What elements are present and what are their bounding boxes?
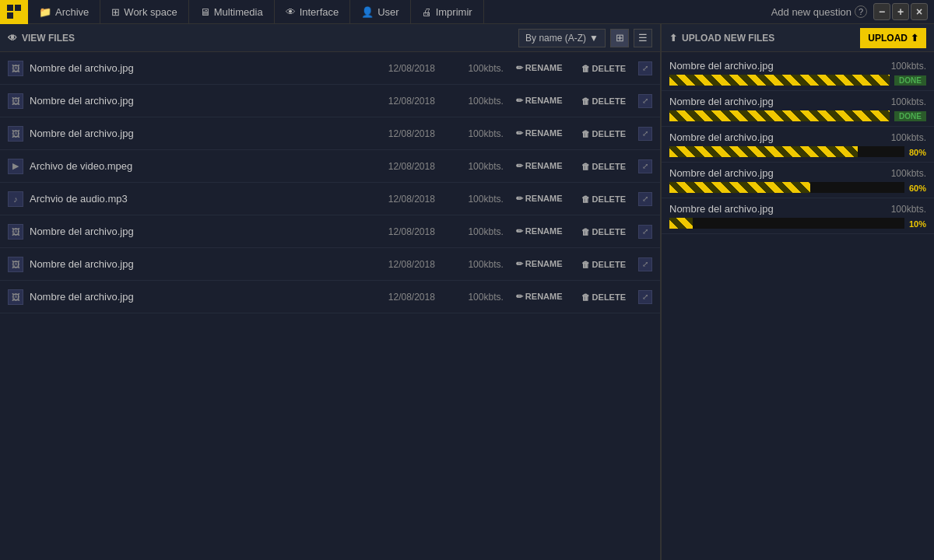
progress-bar xyxy=(669,218,693,229)
delete-button[interactable]: 🗑 DELETE xyxy=(575,225,632,239)
file-type-icon: 🖼 xyxy=(8,257,23,272)
upload-file-size: 100kbts. xyxy=(891,61,926,72)
upload-file-name: Nombre del archivo.jpg xyxy=(669,60,774,72)
view-list-button[interactable]: ☰ xyxy=(634,29,652,47)
delete-button[interactable]: 🗑 DELETE xyxy=(575,94,632,108)
file-type-icon: 🖼 xyxy=(8,93,23,109)
progress-bar-wrap xyxy=(669,146,904,157)
user-icon: 👤 xyxy=(361,6,374,18)
upload-item: Nombre del archivo.jpg 100kbts. DONE xyxy=(662,91,934,127)
file-type-icon: 🖼 xyxy=(8,289,23,305)
delete-button[interactable]: 🗑 DELETE xyxy=(575,159,632,173)
file-date: 12/08/2018 xyxy=(377,226,447,237)
expand-button[interactable]: ⤢ xyxy=(638,94,652,108)
upload-item-header: Nombre del archivo.jpg 100kbts. xyxy=(669,96,926,107)
nav-tab-archive-label: Archive xyxy=(55,6,89,18)
workspace-icon: ⊞ xyxy=(111,6,120,18)
expand-button[interactable]: ⤢ xyxy=(638,192,652,206)
delete-button[interactable]: 🗑 DELETE xyxy=(575,290,632,304)
upload-file-size: 100kbts. xyxy=(891,204,926,215)
view-files-text: VIEW FILES xyxy=(22,33,75,44)
file-name: Nombre del archivo.jpg xyxy=(30,128,370,139)
progress-bar-wrap xyxy=(669,75,890,86)
progress-bar xyxy=(669,146,858,157)
file-row: ▶ Archivo de video.mpeg 12/08/2018 100kb… xyxy=(0,150,660,183)
file-list: 🖼 Nombre del archivo.jpg 12/08/2018 100k… xyxy=(0,52,660,560)
file-actions: ✏ RENAME 🗑 DELETE ⤢ xyxy=(510,126,652,141)
nav-tab-user[interactable]: 👤 User xyxy=(350,0,410,24)
file-row: 🖼 Nombre del archivo.jpg 12/08/2018 100k… xyxy=(0,52,660,85)
rename-button[interactable]: ✏ RENAME xyxy=(510,257,569,271)
expand-button[interactable]: ⤢ xyxy=(638,290,652,304)
upload-item: Nombre del archivo.jpg 100kbts. 60% xyxy=(662,163,934,198)
rename-button[interactable]: ✏ RENAME xyxy=(510,126,569,141)
file-name: Nombre del archivo.jpg xyxy=(30,62,370,74)
progress-row: 60% xyxy=(669,182,926,193)
progress-bar xyxy=(669,110,890,121)
help-icon: ? xyxy=(855,5,867,18)
sort-arrow-icon: ▼ xyxy=(589,33,599,44)
minimize-button[interactable]: − xyxy=(873,3,890,20)
upload-file-name: Nombre del archivo.jpg xyxy=(669,131,774,143)
nav-right-controls: Add new question ? − + × xyxy=(771,3,934,20)
add-question-button[interactable]: Add new question ? xyxy=(771,5,867,18)
svg-rect-3 xyxy=(15,12,21,19)
sort-dropdown[interactable]: By name (A-Z) ▼ xyxy=(518,29,606,47)
svg-rect-1 xyxy=(15,5,21,11)
file-date: 12/08/2018 xyxy=(377,259,447,270)
main-content: 👁 VIEW FILES By name (A-Z) ▼ ⊞ ☰ 🖼 Nombr… xyxy=(0,24,934,560)
nav-tab-imprimir-label: Imprimir xyxy=(436,6,472,18)
close-button[interactable]: × xyxy=(911,3,928,20)
upload-file-size: 100kbts. xyxy=(891,168,926,179)
multimedia-icon: 🖥 xyxy=(200,6,210,18)
expand-button[interactable]: ⤢ xyxy=(638,257,652,271)
view-grid-button[interactable]: ⊞ xyxy=(610,29,629,47)
file-actions: ✏ RENAME 🗑 DELETE ⤢ xyxy=(510,289,652,304)
file-date: 12/08/2018 xyxy=(377,128,447,139)
nav-tab-archive[interactable]: 📁 Archive xyxy=(28,0,100,24)
upload-header-label: ⬆ UPLOAD NEW FILES xyxy=(669,33,774,44)
progress-row: 80% xyxy=(669,146,926,157)
left-panel-header: 👁 VIEW FILES By name (A-Z) ▼ ⊞ ☰ xyxy=(0,24,660,52)
rename-button[interactable]: ✏ RENAME xyxy=(510,191,569,206)
file-date: 12/08/2018 xyxy=(377,63,447,74)
file-row: 🖼 Nombre del archivo.jpg 12/08/2018 100k… xyxy=(0,85,660,117)
expand-button[interactable]: ⤢ xyxy=(638,159,652,173)
delete-button[interactable]: 🗑 DELETE xyxy=(575,192,632,206)
upload-item-header: Nombre del archivo.jpg 100kbts. xyxy=(669,167,926,179)
file-actions: ✏ RENAME 🗑 DELETE ⤢ xyxy=(510,93,652,108)
expand-button[interactable]: ⤢ xyxy=(638,127,652,141)
delete-button[interactable]: 🗑 DELETE xyxy=(575,127,632,141)
file-actions: ✏ RENAME 🗑 DELETE ⤢ xyxy=(510,257,652,271)
expand-button[interactable]: ⤢ xyxy=(638,225,652,239)
maximize-button[interactable]: + xyxy=(892,3,909,20)
progress-percent-label: 10% xyxy=(909,219,926,229)
nav-tab-imprimir[interactable]: 🖨 Imprimir xyxy=(411,0,484,24)
rename-button[interactable]: ✏ RENAME xyxy=(510,159,569,173)
file-name: Nombre del archivo.jpg xyxy=(30,291,370,303)
nav-tab-workspace[interactable]: ⊞ Work space xyxy=(100,0,188,24)
upload-button[interactable]: UPLOAD ⬆ xyxy=(860,28,926,48)
upload-cloud-icon: ⬆ xyxy=(669,33,677,44)
delete-button[interactable]: 🗑 DELETE xyxy=(575,61,632,75)
archive-icon: 📁 xyxy=(39,6,51,18)
progress-row: DONE xyxy=(669,75,926,86)
file-type-icon: 🖼 xyxy=(8,61,23,76)
file-name: Archvio de audio.mp3 xyxy=(30,193,370,205)
expand-button[interactable]: ⤢ xyxy=(638,61,652,75)
file-row: 🖼 Nombre del archivo.jpg 12/08/2018 100k… xyxy=(0,117,660,150)
rename-button[interactable]: ✏ RENAME xyxy=(510,289,569,304)
upload-file-name: Nombre del archivo.jpg xyxy=(669,96,774,107)
rename-button[interactable]: ✏ RENAME xyxy=(510,93,569,108)
delete-button[interactable]: 🗑 DELETE xyxy=(575,257,632,271)
nav-tab-interface[interactable]: 👁 Interface xyxy=(275,0,351,24)
file-size: 100kbts. xyxy=(453,292,504,303)
app-logo[interactable] xyxy=(0,0,28,24)
top-navigation: 📁 Archive ⊞ Work space 🖥 Multimedia 👁 In… xyxy=(0,0,934,24)
rename-button[interactable]: ✏ RENAME xyxy=(510,61,569,75)
file-actions: ✏ RENAME 🗑 DELETE ⤢ xyxy=(510,224,652,239)
nav-tab-multimedia[interactable]: 🖥 Multimedia xyxy=(189,0,275,24)
rename-button[interactable]: ✏ RENAME xyxy=(510,224,569,239)
progress-bar-wrap xyxy=(669,182,904,193)
file-actions: ✏ RENAME 🗑 DELETE ⤢ xyxy=(510,61,652,75)
